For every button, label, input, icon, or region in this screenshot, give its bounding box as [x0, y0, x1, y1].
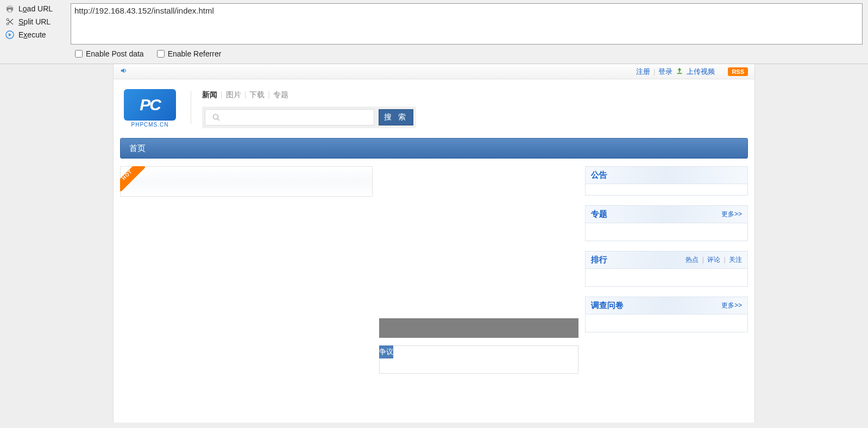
- tab-news[interactable]: 新闻: [202, 90, 217, 100]
- divider: [191, 91, 191, 124]
- controversy-tag: 争议: [379, 345, 393, 358]
- survey-header: 调查问卷 更多>>: [586, 297, 747, 314]
- column-left: HOT: [120, 166, 373, 374]
- ranking-comment-link[interactable]: 评论: [707, 256, 720, 263]
- ranking-hot-link[interactable]: 热点: [685, 256, 699, 263]
- page-container: 注册 | 登录 上传视频 RSS PC PHPCMS.CN 新闻 | 图片 | …: [113, 64, 755, 423]
- announcement-title: 公告: [591, 170, 607, 180]
- column-right: 公告 专题 更多>> 排行 热点 | 评论 |: [585, 166, 748, 374]
- hot-card: HOT: [120, 166, 373, 197]
- ranking-title: 排行: [591, 255, 607, 265]
- hot-ribbon-icon: HOT: [120, 166, 145, 191]
- survey-more-link[interactable]: 更多>>: [721, 301, 742, 310]
- ranking-header: 排行 热点 | 评论 | 关注: [586, 251, 747, 269]
- url-input[interactable]: [71, 3, 863, 45]
- split-url-label: Split URL: [18, 17, 51, 26]
- topbar-left: [120, 67, 128, 76]
- svg-point-7: [213, 115, 218, 119]
- special-more-link[interactable]: 更多>>: [721, 210, 742, 219]
- announcement-body: [586, 184, 747, 195]
- controversy-panel: 争议: [379, 345, 578, 374]
- header: PC PHPCMS.CN 新闻 | 图片 | 下载 | 专题 搜 索: [114, 79, 754, 138]
- sidebar-survey: 调查问卷 更多>>: [585, 297, 748, 332]
- load-url-button[interactable]: Load URL: [0, 2, 70, 15]
- play-icon: [5, 30, 14, 39]
- post-checkbox-input[interactable]: [75, 50, 83, 58]
- logo[interactable]: PC PHPCMS.CN: [120, 89, 180, 130]
- svg-rect-1: [8, 5, 12, 8]
- separator: |: [724, 256, 726, 263]
- search-input[interactable]: [227, 109, 374, 125]
- category-tabs: 新闻 | 图片 | 下载 | 专题: [202, 90, 416, 100]
- search-button[interactable]: 搜 索: [379, 109, 413, 125]
- topbar-right: 注册 | 登录 上传视频 RSS: [636, 67, 748, 77]
- split-url-button[interactable]: Split URL: [0, 15, 70, 28]
- hot-ribbon-text: HOT: [121, 169, 134, 181]
- load-url-label: Load URL: [18, 4, 53, 13]
- ranking-sublinks: 热点 | 评论 | 关注: [685, 255, 742, 265]
- hackbar-toolbar: Load URL Split URL Execute Enable Post d…: [0, 0, 868, 64]
- special-header: 专题 更多>>: [586, 206, 747, 223]
- tab-images[interactable]: 图片: [226, 90, 241, 100]
- upload-video-link[interactable]: 上传视频: [687, 67, 715, 77]
- separator: |: [702, 256, 704, 263]
- printer-icon: [5, 4, 14, 13]
- ranking-body: [586, 269, 747, 286]
- column-middle: 争议: [379, 166, 578, 374]
- survey-title: 调查问卷: [591, 300, 624, 311]
- upload-icon: [676, 67, 683, 76]
- toolbar-actions: Load URL Split URL Execute: [0, 0, 70, 64]
- search-icon: [205, 109, 227, 125]
- separator: |: [653, 67, 655, 75]
- enable-post-label: Enable Post data: [86, 49, 144, 58]
- sound-icon[interactable]: [120, 67, 128, 76]
- logo-mark: PC: [124, 89, 176, 121]
- sidebar-ranking: 排行 热点 | 评论 | 关注: [585, 251, 748, 287]
- enable-post-checkbox[interactable]: Enable Post data: [75, 49, 144, 58]
- gray-banner: [379, 318, 578, 338]
- separator: |: [244, 90, 247, 100]
- search-form: 搜 索: [202, 106, 416, 128]
- separator: |: [221, 90, 223, 100]
- tab-downloads[interactable]: 下载: [249, 90, 265, 100]
- survey-body: [586, 314, 747, 332]
- rss-badge[interactable]: RSS: [728, 67, 748, 76]
- svg-rect-6: [677, 73, 682, 74]
- main-nav: 首页: [120, 138, 748, 159]
- content-area: HOT 争议 公告 专题 更多>>: [114, 159, 754, 381]
- sidebar-special: 专题 更多>>: [585, 205, 748, 241]
- header-right: 新闻 | 图片 | 下载 | 专题 搜 索: [202, 89, 416, 128]
- svg-rect-2: [8, 9, 11, 12]
- sidebar-announcement: 公告: [585, 166, 748, 196]
- referrer-checkbox-input[interactable]: [157, 50, 165, 58]
- execute-label: Execute: [18, 30, 46, 39]
- announcement-header: 公告: [586, 167, 747, 184]
- execute-button[interactable]: Execute: [0, 28, 70, 41]
- toolbar-checkboxes: Enable Post data Enable Referrer: [71, 46, 863, 61]
- tab-specials[interactable]: 专题: [273, 90, 288, 100]
- separator: |: [268, 90, 270, 100]
- logo-subtext: PHPCMS.CN: [131, 122, 168, 128]
- nav-home[interactable]: 首页: [129, 143, 146, 154]
- enable-referrer-checkbox[interactable]: Enable Referrer: [157, 49, 222, 58]
- scissors-icon: [5, 17, 14, 26]
- login-link[interactable]: 登录: [658, 67, 672, 77]
- toolbar-right: Enable Post data Enable Referrer: [70, 0, 868, 64]
- register-link[interactable]: 注册: [636, 67, 650, 77]
- ranking-follow-link[interactable]: 关注: [729, 256, 742, 263]
- top-bar: 注册 | 登录 上传视频 RSS: [114, 64, 754, 79]
- enable-referrer-label: Enable Referrer: [168, 49, 222, 58]
- special-title: 专题: [591, 209, 607, 219]
- special-body: [586, 223, 747, 241]
